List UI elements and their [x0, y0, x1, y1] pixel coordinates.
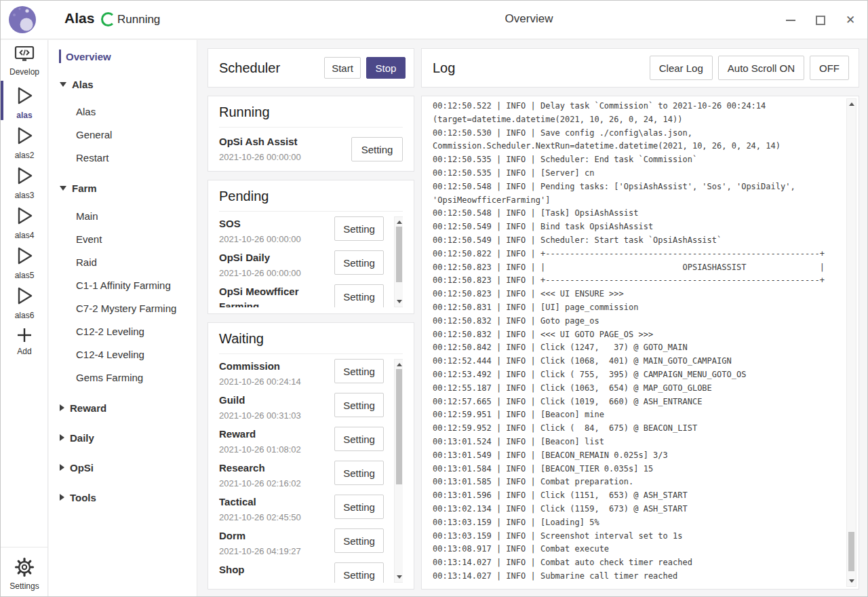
- menu-group-label: Tools: [70, 492, 96, 503]
- setting-button[interactable]: Setting: [334, 562, 384, 583]
- menu-group-label: Farm: [72, 182, 97, 194]
- log-scrollbar[interactable]: [846, 98, 856, 587]
- menu-item-c12-4-leveling[interactable]: C12-4 Leveling: [49, 347, 197, 362]
- close-button[interactable]: ✕: [840, 10, 861, 31]
- menu-item-c1-1-affinity-farming[interactable]: C1-1 Affinity Farming: [49, 277, 197, 292]
- setting-button[interactable]: Setting: [334, 461, 384, 485]
- rail-item-alas5[interactable]: alas5: [1, 244, 48, 280]
- menu-item-label: General: [76, 129, 112, 140]
- task-row: Tactical 2021-10-26 02:45:50 Setting: [219, 495, 403, 528]
- scrollbar-down-icon[interactable]: [395, 573, 403, 581]
- menu-group-reward[interactable]: Reward: [49, 400, 197, 415]
- setting-button[interactable]: Setting: [351, 137, 403, 161]
- rail-item-alas[interactable]: alas: [1, 83, 48, 120]
- setting-button[interactable]: Setting: [334, 216, 384, 241]
- rail-item-alas6[interactable]: alas6: [1, 284, 48, 320]
- rail-item-label: alas6: [15, 311, 35, 320]
- rail-item-settings[interactable]: Settings: [1, 556, 48, 591]
- menu-item-general[interactable]: General: [49, 127, 197, 142]
- menu-item-label: Gems Farming: [76, 372, 143, 383]
- auto-scroll-on-button[interactable]: Auto Scroll ON: [718, 56, 804, 80]
- menu-item-c12-2-leveling[interactable]: C12-2 Leveling: [49, 324, 197, 339]
- menu-group-label: OpSi: [70, 462, 94, 474]
- divider: [219, 127, 403, 128]
- rail-item-alas3[interactable]: alas3: [1, 163, 48, 200]
- instance-rail: Develop alas alas2 alas3 alas4: [1, 40, 48, 596]
- menu-item-label: Alas: [76, 106, 96, 117]
- play-icon: [12, 123, 37, 148]
- rail-item-add[interactable]: Add: [1, 326, 48, 356]
- page-title: Overview: [505, 12, 553, 26]
- menu-group-tools[interactable]: Tools: [49, 490, 197, 505]
- log-output[interactable]: 00:12:50.522 | INFO | Delay task `Commis…: [433, 100, 844, 588]
- menu-item-alas[interactable]: Alas: [49, 104, 197, 119]
- menu-item-main[interactable]: Main: [49, 208, 197, 223]
- menu-item-gems-farming[interactable]: Gems Farming: [49, 370, 197, 385]
- stop-button[interactable]: Stop: [366, 57, 406, 79]
- minimize-icon: [786, 20, 795, 21]
- task-name: OpSi Meowfficer Farming: [219, 284, 334, 307]
- close-icon: ✕: [846, 14, 855, 26]
- menu-item-overview[interactable]: Overview: [49, 49, 197, 64]
- menu-group-daily[interactable]: Daily: [49, 430, 197, 445]
- menu-item-raid[interactable]: Raid: [49, 254, 197, 269]
- setting-button[interactable]: Setting: [334, 359, 384, 383]
- setting-button[interactable]: Setting: [334, 528, 384, 553]
- menu-group-label: Alas: [72, 79, 94, 90]
- menu-item-label: Main: [76, 210, 98, 222]
- rail-item-label: alas3: [15, 191, 35, 200]
- task-name: Shop: [219, 562, 334, 577]
- task-name: Reward: [219, 427, 334, 442]
- rail-item-label: Develop: [9, 67, 39, 77]
- menu-item-restart[interactable]: Restart: [49, 150, 197, 165]
- play-icon: [12, 244, 37, 268]
- menu-group-farm[interactable]: Farm: [49, 180, 197, 195]
- pending-scrollbar[interactable]: [394, 216, 403, 307]
- task-time: 2021-10-26 00:31:03: [219, 409, 334, 423]
- maximize-button[interactable]: [810, 10, 831, 31]
- selected-indicator: [59, 50, 61, 63]
- task-time: 2021-10-26 02:45:50: [219, 511, 334, 524]
- scrollbar-thumb[interactable]: [396, 369, 402, 484]
- setting-button[interactable]: Setting: [334, 284, 384, 307]
- chevron-right-icon: [60, 404, 64, 411]
- setting-button[interactable]: Setting: [334, 495, 384, 519]
- running-title: Running: [219, 104, 403, 120]
- setting-button[interactable]: Setting: [334, 393, 384, 417]
- task-time: 2021-10-26 00:24:14: [219, 375, 334, 389]
- scrollbar-up-icon[interactable]: [847, 100, 856, 109]
- task-row: Reward 2021-10-26 01:08:02 Setting: [219, 427, 403, 461]
- start-button[interactable]: Start: [324, 57, 361, 79]
- scrollbar-thumb[interactable]: [848, 532, 854, 571]
- task-row: OpSi Ash Assist 2021-10-26 00:00:00 Sett…: [219, 130, 403, 168]
- menu-item-label: C12-4 Leveling: [76, 349, 144, 360]
- rail-item-alas2[interactable]: alas2: [1, 123, 48, 160]
- divider: [219, 353, 403, 354]
- menu-group-alas[interactable]: Alas: [49, 77, 197, 92]
- auto-scroll-off-button[interactable]: OFF: [810, 56, 849, 80]
- running-spinner-icon: [101, 12, 115, 26]
- rail-item-alas4[interactable]: alas4: [1, 204, 48, 240]
- scrollbar-up-icon[interactable]: [395, 360, 403, 369]
- play-icon: [12, 83, 37, 108]
- scrollbar-thumb[interactable]: [396, 227, 402, 282]
- menu-group-opsi[interactable]: OpSi: [49, 460, 197, 475]
- waiting-scrollbar[interactable]: [394, 359, 403, 583]
- menu-item-label: Restart: [76, 152, 108, 163]
- minimize-button[interactable]: [781, 10, 801, 31]
- task-row: SOS 2021-10-26 00:00:00 Setting: [219, 216, 403, 250]
- task-name: Commission: [219, 359, 334, 374]
- menu-item-c7-2-mystery-farming[interactable]: C7-2 Mystery Farming: [49, 301, 197, 315]
- setting-button[interactable]: Setting: [334, 427, 384, 451]
- alas-logo-icon: [9, 6, 36, 33]
- scrollbar-down-icon[interactable]: [847, 577, 856, 585]
- clear-log-button[interactable]: Clear Log: [650, 56, 713, 80]
- scrollbar-down-icon[interactable]: [395, 297, 403, 306]
- setting-button[interactable]: Setting: [334, 250, 384, 275]
- menu-item-label: C1-1 Affinity Farming: [76, 280, 171, 291]
- scrollbar-up-icon[interactable]: [395, 218, 403, 227]
- menu-item-event[interactable]: Event: [49, 231, 197, 246]
- rail-item-develop[interactable]: Develop: [1, 45, 48, 77]
- task-row: Dorm 2021-10-26 04:19:27 Setting: [219, 528, 403, 562]
- play-icon: [12, 284, 37, 308]
